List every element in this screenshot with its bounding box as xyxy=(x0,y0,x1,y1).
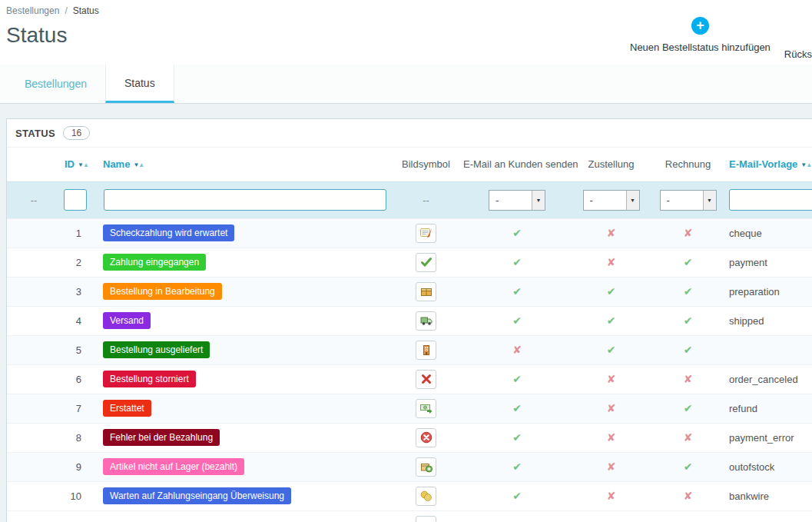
add-order-status-button[interactable]: + Neuen Bestellstatus hinzufügen xyxy=(630,17,771,60)
chevron-down-icon: ▼ xyxy=(703,191,716,210)
row-id: 1 xyxy=(61,218,103,248)
chevron-down-icon: ▼ xyxy=(626,191,639,210)
status-badge: Artikel nicht auf Lager (bezahlt) xyxy=(103,458,244,475)
table-row[interactable]: 4Versand✔✔✔shipped xyxy=(7,306,812,335)
cross-icon: ✘ xyxy=(607,431,616,444)
cross-icon: ✘ xyxy=(607,460,616,473)
table-row[interactable]: 10Warten auf Zahlungseingang Überweisung… xyxy=(7,481,812,510)
table-row[interactable]: 8Fehler bei der Bezahlung✔✘✘payment_erro… xyxy=(7,423,812,452)
check-icon: ✔ xyxy=(512,490,522,502)
payment-error-icon xyxy=(416,428,436,447)
delivered-icon xyxy=(416,341,436,360)
row-id: 5 xyxy=(61,335,103,364)
status-panel: STATUS 16 ID▼▲ Name▼▲ Bildsymbol E-M xyxy=(6,118,812,522)
sort-asc-icon[interactable]: ▲ xyxy=(138,161,144,168)
table-row[interactable]: 9Artikel nicht auf Lager (bezahlt)✔✘✔out… xyxy=(7,452,812,481)
row-select-cell xyxy=(7,335,61,364)
status-icon xyxy=(416,516,436,522)
filter-name-input[interactable] xyxy=(104,189,386,211)
table-row[interactable]: 6Bestellung storniert✔✘✘order_canceled xyxy=(7,364,812,394)
row-id: 8 xyxy=(61,423,103,452)
accept-icon xyxy=(416,253,436,272)
cross-icon: ✘ xyxy=(684,490,693,502)
row-template xyxy=(724,335,812,364)
filter-zustellung-select-value: - xyxy=(584,195,593,206)
cross-icon: ✘ xyxy=(684,227,693,239)
header-name[interactable]: Name▼▲ xyxy=(103,148,389,181)
table-row[interactable]: 2Zahlung eingegangen✔✘✔payment xyxy=(7,248,812,277)
check-icon: ✔ xyxy=(684,402,693,414)
refund-icon xyxy=(416,399,436,418)
filter-rechnung-select[interactable]: - ▼ xyxy=(660,190,717,211)
row-template: outofstock xyxy=(724,452,812,481)
row-template: payment_error xyxy=(724,423,812,452)
cross-icon: ✘ xyxy=(607,227,616,239)
header-id-label: ID xyxy=(65,158,75,170)
status-count-badge: 16 xyxy=(63,126,90,140)
row-select-cell xyxy=(7,481,61,510)
row-template: order_canceled xyxy=(724,364,812,394)
returns-button[interactable]: Rücksendungen xyxy=(784,17,812,60)
sort-desc-icon[interactable]: ▼ xyxy=(78,161,83,168)
header-zustellung-label: Zustellung xyxy=(588,158,635,170)
filter-zustellung-select[interactable]: - ▼ xyxy=(583,190,640,211)
status-badge: Scheckzahlung wird erwartet xyxy=(103,224,234,241)
cross-icon: ✘ xyxy=(512,344,522,356)
tab-status[interactable]: Status xyxy=(105,65,174,103)
filter-id-input[interactable] xyxy=(64,189,87,211)
row-id: 10 xyxy=(61,481,103,510)
row-template: refund xyxy=(724,394,812,423)
header-email-vorlage[interactable]: E-Mail-Vorlage▼▲ xyxy=(724,148,812,181)
breadcrumb-parent[interactable]: Bestellungen xyxy=(6,5,59,16)
check-icon: ✔ xyxy=(512,402,522,414)
breadcrumb-separator: / xyxy=(65,5,67,16)
status-badge: Erstattet xyxy=(103,400,151,417)
filter-template-input[interactable] xyxy=(729,189,812,211)
check-icon: ✔ xyxy=(684,314,693,327)
sort-asc-icon[interactable]: ▲ xyxy=(83,161,88,168)
check-icon: ✔ xyxy=(607,344,616,356)
header-name-label: Name xyxy=(103,158,130,170)
row-id: 7 xyxy=(61,394,103,423)
check-icon: ✔ xyxy=(684,256,693,268)
tab-bestellungen[interactable]: Bestellungen xyxy=(6,65,105,103)
table-filter-row: -- -- - ▼ - ▼ xyxy=(7,181,812,218)
add-order-status-label: Neuen Bestellstatus hinzufügen xyxy=(630,42,771,53)
header-rechnung-label: Rechnung xyxy=(665,158,711,170)
cross-icon: ✘ xyxy=(607,490,616,502)
header-bildsymbol-label: Bildsymbol xyxy=(402,158,450,170)
status-badge: Zahlung eingegangen xyxy=(103,254,206,271)
plus-icon: + xyxy=(691,17,709,35)
header-id[interactable]: ID▼▲ xyxy=(61,148,103,181)
bankwire-icon xyxy=(416,487,436,506)
check-icon: ✔ xyxy=(512,460,522,473)
row-select-cell xyxy=(7,394,61,423)
panel-heading: STATUS 16 xyxy=(7,119,812,148)
table-row[interactable]: 3Bestellung in Bearbeitung✔✔✔preparation xyxy=(7,277,812,306)
check-icon: ✔ xyxy=(684,285,693,298)
check-icon: ✔ xyxy=(684,344,693,356)
status-table-body: 1Scheckzahlung wird erwartet✔✘✘cheque2Za… xyxy=(7,218,812,522)
check-icon: ✔ xyxy=(512,285,522,298)
content-area: STATUS 16 ID▼▲ Name▼▲ Bildsymbol E-M xyxy=(0,104,812,522)
status-badge: Warten auf Zahlungseingang Überweisung xyxy=(103,487,291,504)
row-template: shipped xyxy=(724,306,812,335)
returns-label: Rücksendungen xyxy=(784,48,812,60)
status-badge: Bestellung storniert xyxy=(103,371,196,387)
header-email-label: E-Mail an Kunden senden xyxy=(463,158,578,170)
table-row[interactable]: 7Erstattet✔✘✔refund xyxy=(7,394,812,423)
filter-email-select[interactable]: - ▼ xyxy=(489,190,545,211)
cancel-icon xyxy=(416,370,436,389)
row-select-cell xyxy=(7,364,61,394)
status-badge: Bestellung in Bearbeitung xyxy=(103,283,222,300)
tab-bestellungen-label: Bestellungen xyxy=(25,78,87,90)
table-row[interactable]: 1Scheckzahlung wird erwartet✔✘✘cheque xyxy=(7,218,812,248)
row-select-cell xyxy=(7,452,61,481)
table-row[interactable]: 5Bestellung ausgeliefert✘✔✔ xyxy=(7,335,812,364)
sort-asc-icon[interactable]: ▲ xyxy=(806,161,811,168)
header-email: E-Mail an Kunden senden xyxy=(463,148,571,181)
row-select-cell xyxy=(7,218,61,248)
header-bildsymbol: Bildsymbol xyxy=(389,148,463,181)
row-select-cell xyxy=(7,248,61,277)
tab-status-label: Status xyxy=(124,77,155,89)
